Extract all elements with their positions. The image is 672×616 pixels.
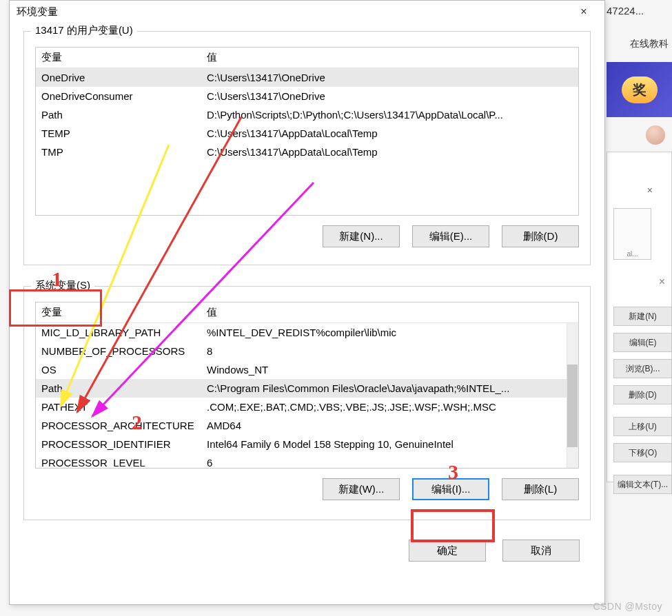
side-edit-text-button[interactable]: 编辑文本(T)...: [613, 475, 672, 494]
table-row[interactable]: OneDriveC:\Users\13417\OneDrive: [36, 68, 578, 87]
var-value: 6: [201, 453, 578, 469]
var-value: Windows_NT: [201, 360, 578, 379]
var-value: C:\Users\13417\AppData\Local\Temp: [201, 143, 578, 161]
var-value: C:\Users\13417\AppData\Local\Temp: [201, 124, 578, 143]
var-name: Path: [36, 379, 201, 398]
var-name: Path: [36, 105, 201, 124]
table-row[interactable]: NUMBER_OF_PROCESSORS8: [36, 342, 578, 360]
table-row[interactable]: PROCESSOR_ARCHITECTUREAMD64: [36, 416, 578, 435]
var-name: PATHEXT: [36, 398, 201, 416]
var-value: %INTEL_DEV_REDIST%compiler\lib\mic: [201, 323, 578, 342]
system-delete-button[interactable]: 删除(L): [502, 478, 579, 500]
close-icon[interactable]: ×: [570, 6, 598, 18]
dialog-title: 环境变量: [17, 6, 58, 19]
bg-online-link[interactable]: 在线教科: [630, 38, 669, 50]
user-edit-button[interactable]: 编辑(E)...: [412, 225, 489, 247]
var-value: Intel64 Family 6 Model 158 Stepping 10, …: [201, 435, 578, 453]
system-vars-title: 系统变量(S): [31, 279, 94, 292]
system-vars-header: 变量 值: [36, 302, 578, 323]
cancel-button[interactable]: 取消: [502, 540, 580, 562]
table-row[interactable]: PATHEXT.COM;.EXE;.BAT;.CMD;.VBS;.VBE;.JS…: [36, 398, 578, 416]
col-value[interactable]: 值: [201, 302, 578, 322]
table-row[interactable]: PROCESSOR_LEVEL6: [36, 453, 578, 469]
user-vars-table[interactable]: 变量 值 OneDriveC:\Users\13417\OneDriveOneD…: [35, 47, 579, 216]
system-new-button[interactable]: 新建(W)...: [323, 478, 400, 500]
var-name: OneDriveConsumer: [36, 87, 201, 105]
titlebar: 环境变量 ×: [10, 1, 604, 23]
var-name: PROCESSOR_ARCHITECTURE: [36, 416, 201, 435]
var-name: TMP: [36, 143, 201, 161]
user-new-button[interactable]: 新建(N)...: [323, 225, 400, 247]
var-name: OS: [36, 360, 201, 379]
col-value[interactable]: 值: [201, 48, 578, 68]
bg-banner-badge: 奖: [622, 76, 658, 103]
var-name: PROCESSOR_LEVEL: [36, 453, 201, 469]
var-name: NUMBER_OF_PROCESSORS: [36, 342, 201, 360]
env-vars-dialog: 环境变量 × 13417 的用户变量(U) 变量 值 OneDriveC:\Us…: [9, 0, 605, 605]
side-close-icon[interactable]: ×: [659, 276, 665, 288]
table-row[interactable]: MIC_LD_LIBRARY_PATH%INTEL_DEV_REDIST%com…: [36, 323, 578, 342]
var-name: TEMP: [36, 124, 201, 143]
table-row[interactable]: TMPC:\Users\13417\AppData\Local\Temp: [36, 143, 578, 161]
side-browse-button[interactable]: 浏览(B)...: [613, 359, 672, 378]
user-vars-group: 13417 的用户变量(U) 变量 值 OneDriveC:\Users\134…: [23, 31, 591, 265]
watermark: CSDN @Mstoy: [593, 601, 662, 612]
side-delete-button[interactable]: 删除(D): [613, 385, 672, 404]
bg-panel-close-icon[interactable]: ×: [647, 185, 653, 196]
var-name: OneDrive: [36, 68, 201, 87]
bg-banner: 奖: [607, 62, 672, 117]
var-value: D:\Python\Scripts\;D:\Python\;C:\Users\1…: [201, 105, 578, 124]
bg-panel-thumb: al...: [613, 208, 651, 260]
system-vars-table[interactable]: 变量 值 MIC_LD_LIBRARY_PATH%INTEL_DEV_REDIS…: [35, 302, 579, 469]
system-edit-button[interactable]: 编辑(I)...: [412, 478, 489, 500]
user-vars-title: 13417 的用户变量(U): [31, 24, 137, 37]
table-row[interactable]: OneDriveConsumerC:\Users\13417\OneDrive: [36, 87, 578, 105]
table-row[interactable]: PathC:\Program Files\Common Files\Oracle…: [36, 379, 578, 398]
table-row[interactable]: PathD:\Python\Scripts\;D:\Python\;C:\Use…: [36, 105, 578, 124]
var-value: 8: [201, 342, 578, 360]
scrollbar[interactable]: [567, 323, 578, 469]
avatar[interactable]: [646, 125, 665, 145]
var-value: C:\Program Files\Common Files\Oracle\Jav…: [201, 379, 578, 398]
scroll-thumb[interactable]: [567, 365, 578, 447]
col-name[interactable]: 变量: [36, 302, 201, 322]
ok-button[interactable]: 确定: [409, 540, 486, 562]
var-value: AMD64: [201, 416, 578, 435]
side-new-button[interactable]: 新建(N): [613, 307, 672, 326]
table-row[interactable]: TEMPC:\Users\13417\AppData\Local\Temp: [36, 124, 578, 143]
table-row[interactable]: OSWindows_NT: [36, 360, 578, 379]
user-delete-button[interactable]: 删除(D): [502, 225, 579, 247]
var-name: MIC_LD_LIBRARY_PATH: [36, 323, 201, 342]
table-row[interactable]: PROCESSOR_IDENTIFIERIntel64 Family 6 Mod…: [36, 435, 578, 453]
system-vars-group: 系统变量(S) 变量 值 MIC_LD_LIBRARY_PATH%INTEL_D…: [23, 286, 591, 520]
col-name[interactable]: 变量: [36, 48, 201, 68]
side-down-button[interactable]: 下移(O): [613, 443, 672, 462]
var-value: .COM;.EXE;.BAT;.CMD;.VBS;.VBE;.JS;.JSE;.…: [201, 398, 578, 416]
side-up-button[interactable]: 上移(U): [613, 417, 672, 436]
bg-top-text: 47224...: [607, 0, 672, 21]
var-name: PROCESSOR_IDENTIFIER: [36, 435, 201, 453]
side-edit-button[interactable]: 编辑(E): [613, 333, 672, 352]
var-value: C:\Users\13417\OneDrive: [201, 68, 578, 87]
user-vars-header: 变量 值: [36, 48, 578, 68]
var-value: C:\Users\13417\OneDrive: [201, 87, 578, 105]
